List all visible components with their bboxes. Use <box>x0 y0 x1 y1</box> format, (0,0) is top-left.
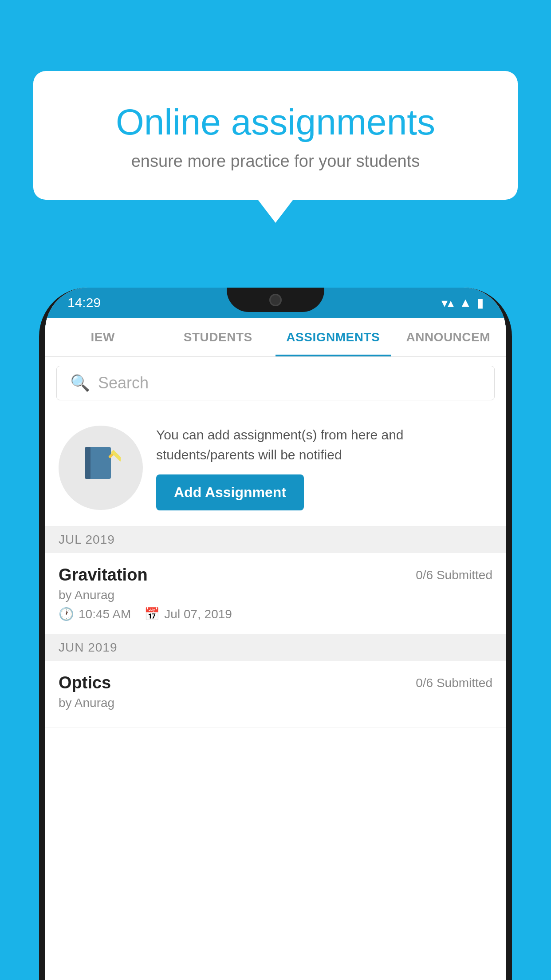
phone-screen: IEW STUDENTS ASSIGNMENTS ANNOUNCEM 🔍 Sea… <box>45 318 506 980</box>
search-placeholder: Search <box>98 374 149 392</box>
speech-bubble: Online assignments ensure more practice … <box>33 71 518 200</box>
add-assignment-button[interactable]: Add Assignment <box>156 474 304 510</box>
section-header-jul: JUL 2019 <box>45 526 506 553</box>
tab-assignments[interactable]: ASSIGNMENTS <box>276 318 391 356</box>
tab-announcements[interactable]: ANNOUNCEM <box>391 318 506 356</box>
speech-bubble-container: Online assignments ensure more practice … <box>33 71 518 200</box>
signal-icon: ▲ <box>459 296 472 310</box>
phone-inner: 14:29 ▾▴ ▲ ▮ ← Physics Batch 12 Owner ⚙ … <box>45 288 506 980</box>
phone-frame: 14:29 ▾▴ ▲ ▮ ← Physics Batch 12 Owner ⚙ … <box>39 288 512 980</box>
section-header-jun: JUN 2019 <box>45 634 506 661</box>
tab-iew[interactable]: IEW <box>45 318 161 356</box>
assignment-item-optics[interactable]: Optics 0/6 Submitted by Anurag <box>45 661 506 727</box>
assignment-name-optics: Optics <box>59 673 111 692</box>
wifi-icon: ▾▴ <box>441 296 454 310</box>
assignment-submitted-gravitation: 0/6 Submitted <box>416 568 492 582</box>
assignment-row1-optics: Optics 0/6 Submitted <box>59 673 492 692</box>
search-container: 🔍 Search <box>45 357 506 409</box>
clock-icon: 🕐 <box>59 607 74 621</box>
search-input[interactable]: 🔍 Search <box>56 366 495 400</box>
assignment-meta-gravitation: 🕐 10:45 AM 📅 Jul 07, 2019 <box>59 607 492 621</box>
assignment-submitted-optics: 0/6 Submitted <box>416 676 492 690</box>
assignment-row1: Gravitation 0/6 Submitted <box>59 565 492 585</box>
assignment-item-gravitation[interactable]: Gravitation 0/6 Submitted by Anurag 🕐 10… <box>45 553 506 634</box>
assignment-name-gravitation: Gravitation <box>59 565 148 585</box>
calendar-icon: 📅 <box>144 607 160 621</box>
assignment-time-gravitation: 🕐 10:45 AM <box>59 607 131 621</box>
tabs-container: IEW STUDENTS ASSIGNMENTS ANNOUNCEM <box>45 318 506 357</box>
promo-icon-circle <box>59 426 143 510</box>
assignment-by-gravitation: by Anurag <box>59 588 492 602</box>
status-time: 14:29 <box>67 295 101 310</box>
phone-camera <box>269 294 282 306</box>
search-icon: 🔍 <box>70 374 90 392</box>
tab-students[interactable]: STUDENTS <box>161 318 276 356</box>
speech-bubble-subtitle: ensure more practice for your students <box>69 152 482 171</box>
promo-section: You can add assignment(s) from here and … <box>45 409 506 526</box>
promo-description: You can add assignment(s) from here and … <box>156 425 492 465</box>
svg-rect-1 <box>85 447 91 479</box>
assignment-by-optics: by Anurag <box>59 696 492 710</box>
assignment-date-gravitation: 📅 Jul 07, 2019 <box>144 607 232 621</box>
notebook-icon <box>81 443 121 492</box>
phone-notch <box>227 288 324 312</box>
promo-content: You can add assignment(s) from here and … <box>156 425 492 510</box>
speech-bubble-title: Online assignments <box>69 102 482 142</box>
battery-icon: ▮ <box>477 296 484 310</box>
status-icons: ▾▴ ▲ ▮ <box>441 296 484 310</box>
